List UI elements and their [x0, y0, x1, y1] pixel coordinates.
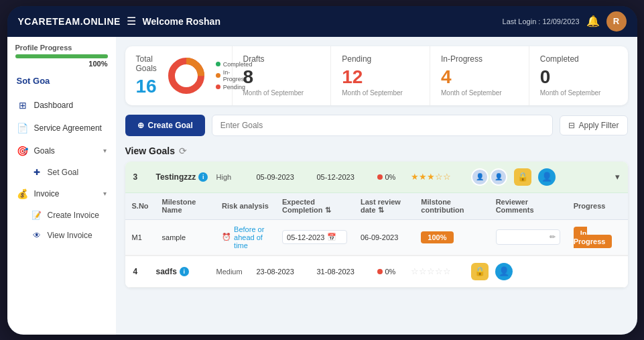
sidebar-item-view-invoice[interactable]: 👁 View Invoice: [7, 225, 116, 245]
set-goal-icon: ✚: [31, 167, 42, 178]
progress-bar-container: [15, 54, 108, 58]
create-goal-plus-icon: ⊕: [137, 121, 144, 130]
filter-button[interactable]: ⊟ Apply Filter: [560, 115, 627, 135]
goal-2-percent: 0%: [377, 268, 404, 276]
sidebar-item-service-agreement-label: Service Agreement: [34, 123, 102, 133]
nav-right: Last Login : 12/09/2023 🔔 R: [503, 11, 627, 32]
inprogress-label: In-Progress: [441, 54, 518, 64]
m1-comment[interactable]: ✏: [489, 219, 567, 255]
sot-goa-label: Sot Goa: [7, 72, 116, 90]
sidebar: Profile Progress 100% Sot Goa ⊞ Dashboar…: [7, 37, 116, 335]
goal-row-2[interactable]: 4 sadfs i Medium 23-08-2023 31-08-2023 0…: [125, 256, 628, 288]
refresh-icon[interactable]: ⟳: [179, 146, 187, 156]
goal-2-info-icon: i: [180, 267, 189, 276]
sidebar-item-dashboard[interactable]: ⊞ Dashboard: [7, 94, 116, 117]
goal-2-num: 4: [133, 267, 149, 276]
goal-1-expand-arrow[interactable]: ▾: [615, 172, 620, 182]
drafts-sub: Month of September: [243, 89, 320, 97]
profile-progress-label: Profile Progress: [15, 44, 108, 52]
goal-1-avatar-1: 👤: [471, 168, 489, 186]
goal-row-1[interactable]: 3 Testingzzz i High 05-09-2023 05-12-202…: [125, 162, 628, 193]
sidebar-item-set-goal-label: Set Goal: [48, 168, 79, 177]
goal-1-name: Testingzzz i: [156, 172, 210, 182]
goal-1-user-icon[interactable]: 👤: [538, 168, 556, 186]
stat-card-inprogress: In-Progress 4 Month of September: [430, 46, 529, 105]
avatar[interactable]: R: [606, 11, 627, 32]
sidebar-item-invoice[interactable]: 💰 Invoice ▾: [7, 182, 116, 205]
nav-welcome: Welcome Roshan: [143, 16, 220, 27]
filter-label: Apply Filter: [578, 121, 619, 130]
stats-row: Total Goals 16: [125, 46, 628, 105]
progress-percent: 100%: [15, 60, 108, 68]
col-sno: S.No: [125, 193, 155, 220]
goal-2-red-dot: [377, 269, 383, 274]
milestone-table: S.No Milestone Name Risk analysis Expect…: [125, 193, 628, 256]
goal-1-priority: High: [216, 173, 250, 181]
invoice-arrow-icon: ▾: [103, 190, 107, 197]
col-expected[interactable]: Expected Completion ⇅: [275, 193, 354, 220]
total-goals-text: Total Goals 16: [136, 54, 157, 97]
goal-1-info-icon: i: [198, 172, 208, 182]
col-name: Milestone Name: [155, 193, 216, 220]
sidebar-item-service-agreement[interactable]: 📄 Service Agreement: [7, 117, 116, 139]
sidebar-item-create-invoice[interactable]: 📝 Create Invoice: [7, 205, 116, 225]
goal-1-percent: 0%: [377, 173, 404, 181]
progress-bar-fill: [15, 54, 108, 58]
svg-point-3: [177, 66, 196, 85]
goal-1-start-date: 05-09-2023: [257, 173, 310, 181]
goal-2-lock-icon[interactable]: 🔒: [471, 263, 489, 280]
sidebar-item-dashboard-label: Dashboard: [34, 101, 74, 110]
edit-icon[interactable]: ✏: [550, 233, 556, 241]
view-invoice-icon: 👁: [31, 230, 42, 241]
milestone-section-1: S.No Milestone Name Risk analysis Expect…: [125, 193, 628, 256]
top-nav: YCARETEAM.ONLINE ☰ Welcome Roshan Last L…: [7, 6, 637, 37]
m1-contribution: 100%: [414, 219, 489, 255]
m1-name: sample: [155, 219, 216, 255]
invoice-icon: 💰: [17, 188, 29, 200]
stat-card-drafts: Drafts 8 Month of September: [233, 46, 332, 105]
goal-1-stars: ★★★☆☆: [411, 172, 464, 182]
completed-label: Completed: [540, 54, 617, 64]
goal-1-end-date: 05-12-2023: [317, 173, 371, 181]
sidebar-item-view-invoice-label: View Invoice: [48, 231, 92, 240]
comment-box[interactable]: ✏: [496, 229, 560, 245]
contribution-badge: 100%: [421, 231, 453, 243]
stat-card-completed: Completed 0 Month of September: [529, 46, 628, 105]
goal-1-avatar-2: 👤: [490, 168, 507, 186]
col-risk: Risk analysis: [215, 193, 275, 220]
risk-text: Before orahead of time: [234, 225, 269, 249]
expected-date-input[interactable]: 05-12-2023 📅: [282, 230, 347, 244]
sidebar-item-set-goal[interactable]: ✚ Set Goal: [7, 162, 116, 182]
goals-table: 3 Testingzzz i High 05-09-2023 05-12-202…: [125, 162, 628, 288]
col-review[interactable]: Last review date ⇅: [354, 193, 414, 220]
hamburger-icon[interactable]: ☰: [127, 15, 136, 27]
progress-in-progress-badge: In Progress: [574, 227, 613, 248]
goals-icon: 🎯: [17, 145, 29, 157]
m1-expected[interactable]: 05-12-2023 📅: [275, 219, 354, 255]
completed-sub: Month of September: [540, 89, 617, 97]
m1-progress: In Progress: [567, 219, 628, 255]
m1-risk: ⏰ Before orahead of time: [215, 219, 275, 255]
goal-1-lock-icon[interactable]: 🔒: [514, 168, 531, 186]
search-input[interactable]: [212, 115, 554, 136]
create-row: ⊕ Create Goal ⊟ Apply Filter: [125, 115, 628, 136]
sidebar-item-invoice-label: Invoice: [34, 189, 60, 199]
create-goal-button[interactable]: ⊕ Create Goal: [125, 115, 205, 136]
calendar-icon: 📅: [327, 233, 336, 241]
sidebar-item-goals[interactable]: 🎯 Goals ▾: [7, 139, 116, 162]
nav-center: ☰ Welcome Roshan: [127, 15, 503, 27]
stat-card-pending: Pending 12 Month of September: [331, 46, 430, 105]
main-layout: Profile Progress 100% Sot Goa ⊞ Dashboar…: [7, 37, 637, 335]
goal-2-end-date: 31-08-2023: [317, 268, 371, 276]
goal-2-user-icon[interactable]: 👤: [495, 263, 513, 280]
goal-1-avatars: 👤 👤: [471, 168, 507, 186]
sidebar-nav: ⊞ Dashboard 📄 Service Agreement 🎯 Goals …: [7, 90, 116, 335]
drafts-value: 8: [243, 66, 320, 88]
total-goals-value: 16: [136, 76, 157, 97]
sidebar-item-goals-label: Goals: [34, 146, 55, 156]
service-agreement-icon: 📄: [17, 122, 29, 134]
bell-icon[interactable]: 🔔: [586, 15, 600, 27]
goal-1-num: 3: [133, 172, 149, 182]
goals-scroll-area[interactable]: 3 Testingzzz i High 05-09-2023 05-12-202…: [125, 162, 628, 288]
m1-sno: M1: [125, 219, 155, 255]
